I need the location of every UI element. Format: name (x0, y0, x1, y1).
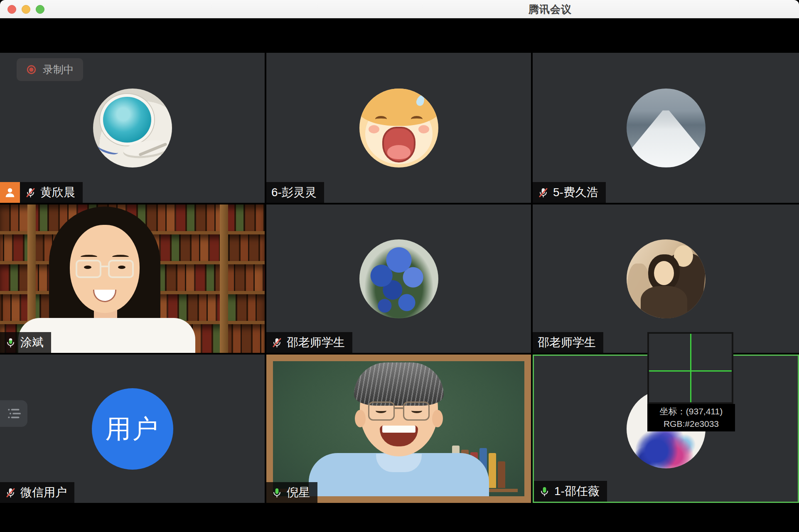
list-icon (7, 408, 22, 419)
mic-muted-icon (25, 187, 36, 198)
minimize-button[interactable] (22, 5, 30, 14)
avatar-sepia-photo (627, 239, 706, 318)
participant-tile-6[interactable]: 邵老师学生 (533, 204, 799, 353)
mic-muted-icon (271, 337, 283, 348)
picker-rgb-value: RGB:#2e3033 (647, 418, 735, 430)
participant-name-label: 微信用户 (0, 482, 74, 503)
participant-name: 5-费久浩 (553, 185, 598, 200)
mic-active-icon (271, 487, 283, 498)
participant-tile-2[interactable]: 6-彭灵灵 (266, 53, 531, 203)
mic-muted-icon (5, 487, 16, 498)
participant-name: 微信用户 (20, 485, 67, 500)
participant-tile-7[interactable]: 用户 微信用户 (0, 355, 265, 503)
participant-video-person (17, 207, 208, 353)
window-title: 腾讯会议 (529, 0, 572, 18)
mic-active-icon (5, 337, 16, 348)
crosshair-horizontal (649, 370, 732, 372)
picker-coordinates: 坐标：(937,411) (647, 405, 735, 418)
participant-tile-4[interactable]: 涂斌 (0, 204, 265, 353)
zoom-button[interactable] (36, 5, 44, 14)
picker-tooltip: 坐标：(937,411) RGB:#2e3033 (647, 404, 735, 431)
video-grid: 录制中 黄欣晨 (0, 53, 799, 503)
person-icon (4, 186, 16, 199)
mic-active-icon (539, 486, 550, 497)
mic-muted-icon (538, 187, 549, 198)
avatar-sea-wake (627, 89, 706, 167)
participant-name-label: 倪星 (266, 482, 317, 503)
participant-tile-1[interactable]: 录制中 黄欣晨 (0, 53, 265, 203)
avatar-user-circle: 用户 (92, 388, 173, 470)
participant-name-label: 邵老师学生 (533, 332, 603, 353)
participant-name: 倪星 (287, 485, 310, 500)
participant-tile-3[interactable]: 5-费久浩 (533, 53, 799, 203)
participant-video-person (301, 368, 497, 496)
traffic-lights (7, 5, 44, 14)
recording-label: 录制中 (43, 63, 74, 76)
crosshair-vertical (690, 334, 691, 402)
avatar-blue-flowers (359, 239, 438, 318)
participant-name: 6-彭灵灵 (271, 185, 317, 200)
recording-badge[interactable]: 录制中 (17, 58, 83, 81)
participant-name: 黄欣晨 (40, 185, 75, 200)
participant-tile-8[interactable]: 倪星 (266, 355, 531, 503)
participant-name: 邵老师学生 (287, 335, 345, 350)
participant-name-label: 6-彭灵灵 (266, 182, 324, 203)
participant-tile-5[interactable]: 邵老师学生 (266, 204, 531, 353)
participant-name: 邵老师学生 (538, 335, 596, 350)
participant-name-label: 邵老师学生 (266, 332, 352, 353)
list-view-button[interactable] (0, 400, 27, 427)
participant-name-label: 黄欣晨 (20, 182, 83, 203)
avatar-anime-face (359, 89, 438, 167)
participant-name: 1-邵任薇 (554, 483, 600, 499)
close-button[interactable] (7, 5, 16, 14)
record-icon (26, 64, 37, 75)
participant-name-label: 涂斌 (0, 332, 51, 353)
avatar-teal-drink (93, 89, 172, 167)
video-feed-bookshelf (0, 204, 265, 353)
video-feed-chalkboard (266, 355, 531, 503)
magnifier-overlay (647, 332, 733, 404)
participant-name-label: 1-邵任薇 (534, 481, 607, 502)
participant-name-label: 5-费久浩 (533, 182, 606, 203)
presenter-badge (0, 182, 20, 203)
participant-name: 涂斌 (20, 335, 44, 350)
avatar-user-text: 用户 (106, 411, 160, 446)
window-titlebar: 腾讯会议 (0, 0, 799, 18)
